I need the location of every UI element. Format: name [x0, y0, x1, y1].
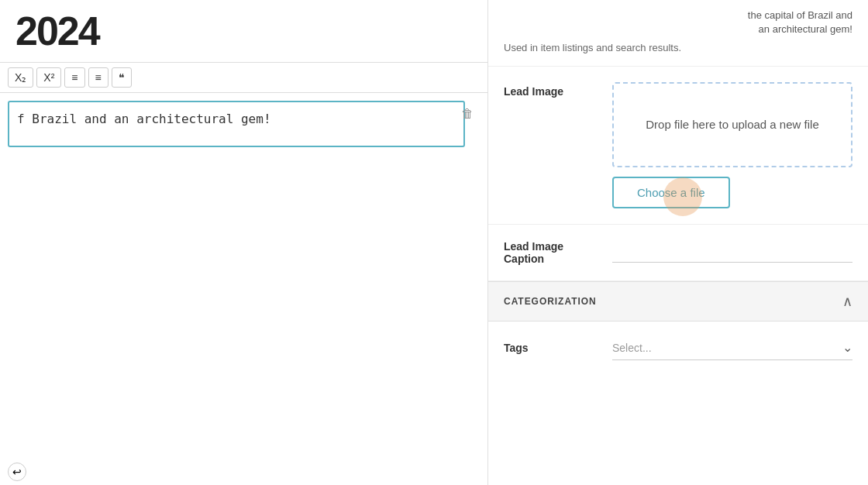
description-preview-line1: the capital of Brazil andan architectura… — [748, 9, 852, 35]
tags-select[interactable]: Select... ⌄ — [612, 335, 852, 360]
superscript-icon: X² — [43, 71, 54, 84]
tags-placeholder: Select... — [612, 342, 652, 354]
caption-input[interactable] — [612, 240, 852, 263]
unordered-list-icon: ≡ — [95, 71, 102, 84]
superscript-button[interactable]: X² — [36, 67, 61, 88]
subscript-icon: X₂ — [15, 71, 26, 84]
lead-image-field: Lead Image Drop file here to upload a ne… — [488, 67, 868, 225]
lead-image-label: Lead Image — [504, 82, 597, 98]
blockquote-button[interactable]: ❝ — [112, 67, 132, 88]
categorization-section[interactable]: CATEGORIZATION ∧ — [488, 281, 868, 322]
text-editor-wrapper: f Brazil and an architectural gem! 🗑 — [8, 101, 480, 451]
undo-button[interactable]: ↩ — [8, 463, 26, 481]
lead-image-caption-field: Lead Image Caption — [488, 225, 868, 281]
unordered-list-button[interactable]: ≡ — [88, 67, 108, 88]
drop-zone-text: Drop file here to upload a new file — [646, 115, 818, 134]
lead-image-content: Drop file here to upload a new file Choo… — [612, 82, 852, 208]
drop-zone[interactable]: Drop file here to upload a new file — [612, 82, 852, 167]
editor-toolbar: X₂ X² ≡ ≡ ❝ — [0, 62, 487, 93]
lead-image-caption-content — [612, 240, 852, 263]
chevron-up-icon[interactable]: ∧ — [842, 293, 852, 310]
right-panel: the capital of Brazil andan architectura… — [488, 0, 868, 485]
subscript-button[interactable]: X₂ — [8, 67, 33, 88]
chevron-down-icon: ⌄ — [842, 340, 852, 355]
choose-file-button[interactable]: Choose a file — [612, 177, 730, 208]
lead-image-caption-label: Lead Image Caption — [504, 240, 597, 265]
logo-area: 2024 — [0, 0, 487, 62]
description-note: Used in item listings and search results… — [488, 36, 868, 67]
logo-text: 2024 — [16, 9, 99, 53]
left-panel: 2024 X₂ X² ≡ ≡ ❝ f Brazil and an archite… — [0, 0, 488, 485]
delete-button[interactable]: 🗑 — [461, 107, 474, 121]
ordered-list-button[interactable]: ≡ — [64, 67, 84, 88]
categorization-title: CATEGORIZATION — [504, 296, 597, 307]
ordered-list-icon: ≡ — [71, 71, 78, 84]
trash-icon: 🗑 — [461, 107, 474, 120]
tags-label: Tags — [504, 342, 597, 354]
description-editor[interactable]: f Brazil and an architectural gem! — [8, 101, 465, 147]
description-preview: the capital of Brazil andan architectura… — [488, 0, 868, 36]
undo-icon: ↩ — [12, 466, 22, 478]
blockquote-icon: ❝ — [119, 71, 125, 84]
tags-field: Tags Select... ⌄ — [488, 322, 868, 374]
